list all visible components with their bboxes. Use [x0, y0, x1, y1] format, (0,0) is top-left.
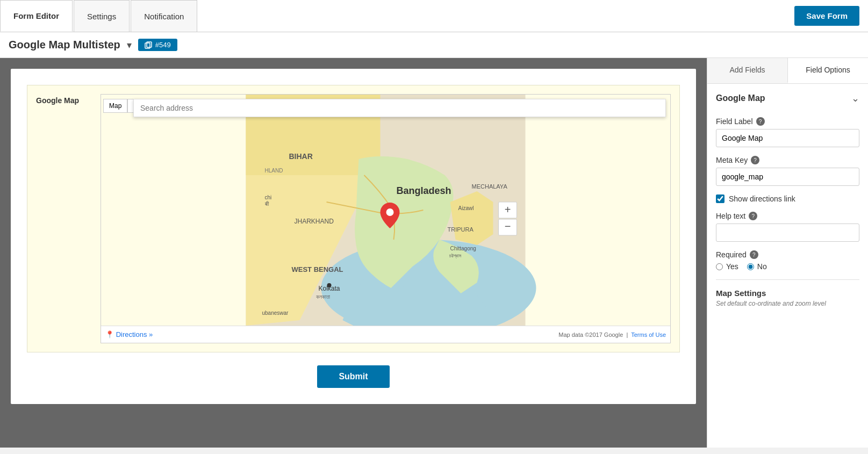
- meta-key-help-icon[interactable]: ?: [751, 156, 759, 164]
- submit-area: Submit: [27, 365, 680, 388]
- panel-tab-add-fields[interactable]: Add Fields: [707, 58, 788, 83]
- required-group: Required ? Yes No: [716, 250, 859, 271]
- map-attribution: Map data ©2017 Google | Terms of Use: [558, 332, 666, 338]
- required-label: Required ?: [716, 250, 859, 259]
- svg-text:बी: बी: [264, 201, 269, 207]
- section-header: Google Map ⌄: [716, 92, 859, 109]
- form-id-badge[interactable]: #549: [138, 39, 177, 51]
- required-yes-option[interactable]: Yes: [716, 262, 738, 271]
- required-help-icon[interactable]: ?: [750, 250, 758, 259]
- map-visual: BIHAR JHARKHAND WEST BENGAL Bangladesh A…: [101, 95, 670, 326]
- field-label-label: Field Label ?: [716, 117, 859, 126]
- section-divider: [716, 279, 859, 280]
- show-directions-checkbox[interactable]: [716, 194, 724, 203]
- svg-text:−: −: [505, 220, 511, 232]
- panel-tabs: Add Fields Field Options: [707, 58, 868, 84]
- map-tab-map[interactable]: Map: [103, 99, 127, 113]
- field-label-input[interactable]: [716, 129, 859, 147]
- required-no-radio[interactable]: [747, 263, 754, 270]
- required-yes-radio[interactable]: [716, 263, 723, 270]
- svg-point-21: [327, 283, 332, 287]
- form-title: Google Map Multistep: [9, 39, 120, 51]
- meta-key-input[interactable]: [716, 168, 859, 186]
- svg-text:BIHAR: BIHAR: [289, 152, 313, 161]
- required-radio-group: Yes No: [716, 262, 859, 271]
- svg-text:WEST BENGAL: WEST BENGAL: [292, 265, 343, 273]
- map-svg: BIHAR JHARKHAND WEST BENGAL Bangladesh A…: [101, 95, 670, 326]
- svg-text:JHARKHAND: JHARKHAND: [295, 218, 334, 225]
- svg-text:কলকাতা: কলকাতা: [316, 294, 330, 300]
- map-container: Map Satellite: [101, 94, 671, 343]
- collapse-icon[interactable]: ⌄: [851, 92, 859, 104]
- top-bar: Form Editor Settings Notification Save F…: [0, 0, 868, 32]
- meta-key-group: Meta Key ?: [716, 156, 859, 186]
- help-text-group: Help text ?: [716, 212, 859, 242]
- sub-header: Google Map Multistep ▾ #549: [0, 32, 868, 58]
- submit-button[interactable]: Submit: [317, 365, 389, 388]
- help-text-input[interactable]: [716, 224, 859, 242]
- top-tabs: Form Editor Settings Notification: [0, 0, 198, 32]
- directions-link[interactable]: 📍 Directions »: [105, 328, 153, 341]
- svg-text:HLAND: HLAND: [265, 168, 283, 174]
- map-settings-label: Map Settings: [716, 289, 859, 298]
- form-title-dropdown[interactable]: ▾: [127, 39, 132, 51]
- form-canvas: Google Map Map Satellite: [11, 69, 696, 404]
- svg-point-22: [386, 208, 394, 216]
- tab-form-editor[interactable]: Form Editor: [0, 0, 73, 32]
- canvas-area: Google Map Map Satellite: [0, 58, 707, 448]
- show-directions-row: Show directions link: [716, 194, 859, 203]
- svg-text:+: +: [505, 204, 511, 215]
- panel-tab-field-options[interactable]: Field Options: [788, 58, 868, 83]
- required-no-option[interactable]: No: [747, 262, 767, 271]
- main-layout: Google Map Map Satellite: [0, 58, 868, 448]
- map-settings-section: Map Settings Set default co-ordinate and…: [716, 289, 859, 307]
- svg-text:MECHALAYA: MECHALAYA: [472, 183, 508, 190]
- svg-text:ubaneswar: ubaneswar: [262, 310, 289, 316]
- section-title: Google Map: [716, 93, 765, 103]
- svg-text:chi: chi: [265, 194, 272, 200]
- svg-text:Aizawl: Aizawl: [458, 205, 474, 211]
- map-search-bar: [133, 99, 666, 117]
- tab-settings[interactable]: Settings: [74, 0, 130, 32]
- svg-text:TRIPURA: TRIPURA: [448, 226, 474, 233]
- tab-notification[interactable]: Notification: [131, 0, 197, 32]
- field-label-group: Field Label ?: [716, 117, 859, 147]
- svg-text:চট্টগ্রাম: চট্টগ্রাম: [449, 253, 462, 258]
- help-text-label: Help text ?: [716, 212, 859, 220]
- meta-key-label: Meta Key ?: [716, 156, 859, 164]
- right-panel: Add Fields Field Options Google Map ⌄ Fi…: [707, 58, 868, 448]
- map-field-label: Google Map: [36, 94, 90, 105]
- field-label-help-icon[interactable]: ?: [756, 117, 765, 126]
- save-form-button[interactable]: Save Form: [794, 6, 859, 26]
- show-directions-label[interactable]: Show directions link: [729, 194, 795, 203]
- svg-text:Bangladesh: Bangladesh: [397, 185, 451, 196]
- panel-content: Google Map ⌄ Field Label ? Meta Key ?: [707, 84, 868, 316]
- map-search-input[interactable]: [133, 99, 666, 117]
- svg-text:Chittagong: Chittagong: [450, 246, 476, 251]
- help-text-help-icon[interactable]: ?: [749, 212, 757, 220]
- map-settings-desc: Set default co-ordinate and zoom level: [716, 300, 859, 307]
- map-field-row: Google Map Map Satellite: [27, 85, 680, 352]
- copy-icon: [145, 41, 152, 49]
- canvas-scroll[interactable]: Google Map Map Satellite: [0, 58, 707, 448]
- terms-link[interactable]: Terms of Use: [631, 332, 666, 338]
- map-footer: 📍 Directions » Map data ©2017 Google | T…: [101, 326, 670, 343]
